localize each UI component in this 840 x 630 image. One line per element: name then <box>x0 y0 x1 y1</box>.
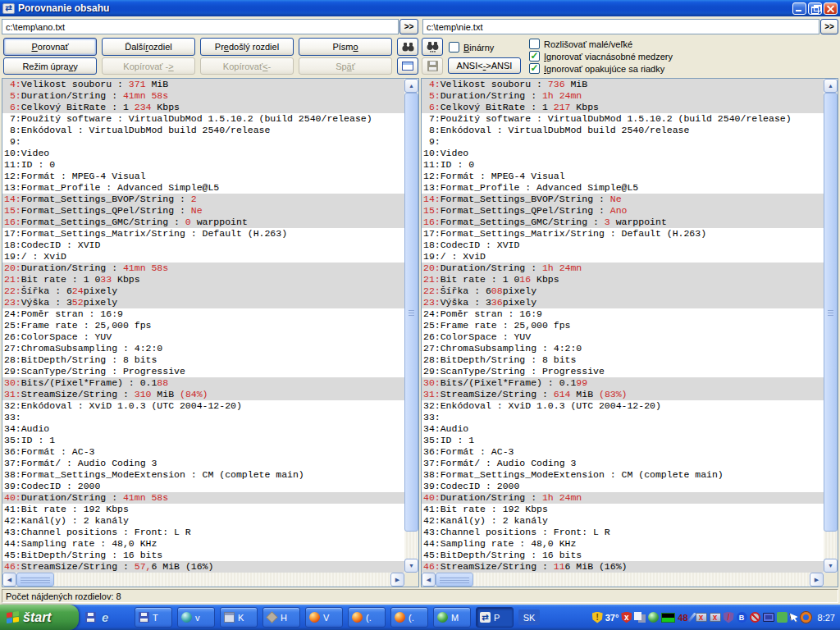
mouse-pointer-icon[interactable] <box>788 611 798 623</box>
scroll-up-button[interactable] <box>824 79 838 93</box>
copy-left-button[interactable]: Kopírovať <- <box>200 57 294 75</box>
taskbar-button-k[interactable]: K <box>220 607 258 628</box>
counter-indicator[interactable]: 48 <box>678 613 687 623</box>
line-number: 8: <box>4 125 21 135</box>
security-warning-icon[interactable]: ! <box>592 612 603 623</box>
next-difference-button[interactable]: Ďalší rozdiel <box>102 38 195 56</box>
messenger-orb-icon[interactable] <box>648 612 659 623</box>
windows-pages-icon[interactable] <box>634 612 646 623</box>
right-compare-pane[interactable]: 4:Velikost souboru : 736 MiB 5:Duration/… <box>421 78 838 587</box>
taskbar-button-porovnanie[interactable]: P <box>476 607 514 628</box>
display-settings-icon[interactable] <box>763 613 774 622</box>
text-segment: Kanál(y) : 2 kanály <box>21 515 129 526</box>
line-number: 39: <box>423 481 441 491</box>
ignore-repeated-lines-checkbox[interactable]: Ignorovať opakujúce sa riadky <box>529 62 673 75</box>
quicklaunch-floppy-icon[interactable] <box>85 612 96 623</box>
download-manager-icon[interactable] <box>801 612 811 623</box>
text-segment: Format_Settings_BVOP/String : <box>441 194 610 204</box>
scroll-down-button[interactable] <box>824 559 838 573</box>
diamond-icon <box>266 611 277 623</box>
line-number: 25: <box>423 320 441 331</box>
compare-button[interactable]: Porovnať <box>3 38 97 56</box>
network-disconnected-icon[interactable]: x <box>710 613 721 622</box>
line-number: 6: <box>4 102 21 112</box>
case-sensitive-checkbox[interactable]: Rozlišovať malé/veľké <box>529 38 673 50</box>
line-number: 43: <box>4 527 21 537</box>
left-file-path-input[interactable] <box>2 19 399 34</box>
line-number: 21: <box>4 274 21 285</box>
vertical-scroll-thumb[interactable] <box>404 93 418 532</box>
left-vertical-scrollbar[interactable] <box>404 79 418 573</box>
split-view-button[interactable] <box>397 57 418 75</box>
horizontal-scroll-thumb[interactable] <box>16 573 54 587</box>
scroll-left-button[interactable] <box>422 573 436 587</box>
undo-button[interactable]: Späť <box>299 57 392 75</box>
checked-checkbox-icon[interactable] <box>529 63 540 74</box>
right-vertical-scrollbar[interactable] <box>824 79 838 573</box>
left-horizontal-scrollbar[interactable] <box>2 573 404 587</box>
stylus-icon[interactable] <box>687 613 696 623</box>
right-horizontal-scrollbar[interactable] <box>422 573 824 587</box>
file-line: 21:Bit rate : 1 016 Kbps <box>422 274 824 285</box>
unchecked-checkbox-icon[interactable] <box>529 39 540 49</box>
ignore-multiple-spaces-checkbox[interactable]: Ignorovať viacnásobné medzery <box>529 50 673 62</box>
minimize-button[interactable] <box>792 2 806 15</box>
audio-muted-icon[interactable]: x <box>696 613 707 622</box>
taskbar-button-t[interactable]: T <box>135 607 172 628</box>
scroll-right-button[interactable] <box>810 573 824 587</box>
font-button[interactable]: Písmo <box>299 38 392 56</box>
taskbar-button-label: V <box>323 613 329 623</box>
taskbar-button-m[interactable]: M <box>433 607 471 628</box>
find-button[interactable] <box>397 38 418 56</box>
restore-button[interactable] <box>808 2 822 15</box>
power-meter-icon[interactable] <box>777 612 788 623</box>
copy-right-button[interactable]: Kopírovať -> <box>102 57 195 75</box>
close-button[interactable] <box>824 2 838 15</box>
line-number: 29: <box>4 366 21 377</box>
internet-explorer-icon[interactable]: e <box>102 610 108 624</box>
security-disabled-icon[interactable]: / <box>724 612 734 623</box>
taskbar-button-firefox-2[interactable]: (. <box>390 607 428 628</box>
file-line: 36:Formát : AC-3 <box>2 446 404 458</box>
file-line: 25:Frame rate : 25,000 fps <box>422 320 824 331</box>
taskbar-clock[interactable]: 8:27 <box>818 613 835 623</box>
right-file-path-input[interactable] <box>422 19 819 34</box>
bluetooth-icon[interactable]: B <box>737 612 747 623</box>
edit-mode-button[interactable]: Režim úpravy <box>3 57 97 75</box>
checked-checkbox-icon[interactable] <box>529 51 540 62</box>
language-indicator[interactable]: SK <box>518 609 540 625</box>
network-monitor-graph-icon[interactable] <box>661 613 675 623</box>
titlebar[interactable]: Porovnanie obsahu <box>0 0 840 16</box>
line-number: 46: <box>4 561 21 572</box>
line-number: 36: <box>423 446 441 457</box>
text-segment: Velikost souboru : <box>21 79 129 89</box>
taskbar-button-v-globe[interactable]: v <box>177 607 215 628</box>
file-line: 22:Šířka : 608pixely <box>422 285 824 297</box>
left-compare-pane[interactable]: 4:Velikost souboru : 371 MiB 5:Duration/… <box>2 78 419 587</box>
diff-text-segment: 33 <box>100 274 112 285</box>
save-button[interactable] <box>422 57 443 75</box>
taskbar-button-h[interactable]: H <box>262 607 300 628</box>
scroll-right-button[interactable] <box>390 573 404 587</box>
left-file-browse-button[interactable]: >> <box>399 19 418 34</box>
file-line: 42:Kanál(y) : 2 kanály <box>2 515 404 527</box>
find-text-button[interactable] <box>422 38 443 56</box>
previous-difference-button[interactable]: Predošlý rozdiel <box>200 38 294 56</box>
taskbar-button-firefox-1[interactable]: (. <box>348 607 386 628</box>
ansi-convert-button[interactable]: ANSI<->ANSI <box>448 57 521 74</box>
temperature-indicator[interactable]: 37° <box>605 613 619 623</box>
antivirus-alert-icon[interactable]: x <box>621 612 632 623</box>
scroll-left-button[interactable] <box>2 573 16 587</box>
binary-checkbox[interactable]: Binárny <box>449 41 494 53</box>
right-file-browse-button[interactable]: >> <box>820 19 838 34</box>
taskbar-button-firefox-v[interactable]: V <box>305 607 343 628</box>
taskbar-button-label: v <box>195 613 200 623</box>
text-segment: Celkový BitRate : 1 <box>21 102 135 112</box>
scroll-down-button[interactable] <box>404 559 418 573</box>
scroll-up-button[interactable] <box>404 79 418 93</box>
unchecked-checkbox-icon[interactable] <box>449 42 459 52</box>
vertical-scroll-thumb[interactable] <box>824 93 838 532</box>
blocked-app-icon[interactable] <box>750 612 760 623</box>
horizontal-scroll-thumb[interactable] <box>436 573 473 587</box>
start-button[interactable]: štart <box>0 605 79 630</box>
